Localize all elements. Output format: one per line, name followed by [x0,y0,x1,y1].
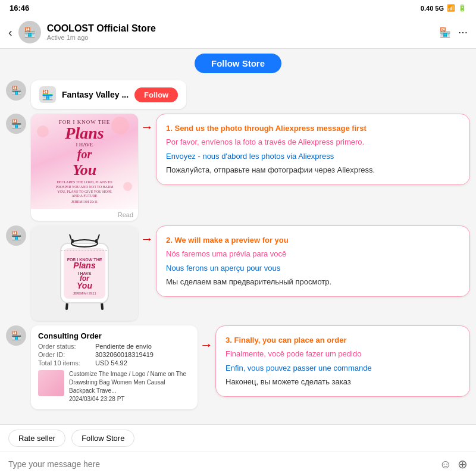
arrow-3: → [198,325,215,353]
instruction-1-row: 🏪 FOR I KNOW THE Plans I HAVE fo [6,114,470,221]
arrow-icon-1: → [140,120,154,135]
instr-2-line-3: Nous ferons un aperçu pour vous [166,261,460,275]
input-row: ☺ ⊕ [0,452,476,476]
fantasy-name: Fantasy Valley ... [62,90,129,99]
svg-text:You: You [77,281,92,290]
network-icon: 0.40 5G [421,5,444,12]
product-message-2: FOR I KNOW THE Plans I HAVE for You JERE… [31,226,138,321]
action-row: Rate seller Follow Store [0,425,476,452]
follow-store-blue-button[interactable]: Follow Store [195,54,281,73]
instr-3-line-3: Enfin, vous pouvez passer une commande [226,361,460,375]
instr-1-line-1: 1. Send us the photo through Aliexpress … [166,121,460,135]
total-label: Total 10 items: [38,359,92,367]
instr-3-text-en: Finally, you can place an order [234,336,346,345]
orderid-label: Order ID: [38,351,92,358]
store-icon[interactable]: 🏪 [439,27,451,38]
consulting-title: Consulting Order [38,331,190,340]
instr-2-line-4: Мы сделаем вам предварительный просмотр. [166,275,460,289]
header-info: COOLOST Official Store Active 1m ago [47,23,433,41]
product-message-1: FOR I KNOW THE Plans I HAVE for You DECL… [31,114,138,221]
consulting-product: Customize The Image / Logo / Name on The… [38,370,190,403]
product-image-1: FOR I KNOW THE Plans I HAVE for You DECL… [31,114,138,209]
svg-text:JEREMIAH 29:11: JEREMIAH 29:11 [73,292,96,295]
wifi-icon: 📶 [447,4,455,12]
product-image-2-container: 🏪 FOR [6,226,138,321]
fantasy-valley-row: 🏪 🏪 Fantasy Valley ... Follow [6,80,470,109]
msg-row-2: 🏪 FOR [6,226,138,321]
backpack-image: FOR I KNOW THE Plans I HAVE for You JERE… [31,226,138,321]
fantasy-valley-message: 🏪 Fantasy Valley ... Follow [31,80,186,109]
follow-button[interactable]: Follow [134,87,178,102]
bot-avatar-3: 🏪 [6,226,26,246]
arrow-2: → [138,226,156,247]
msg-row-3: 🏪 Consulting Order Order status: Pendien… [6,325,198,409]
instr-3-line-2: Finalmente, você pode fazer um pedido [226,347,460,361]
instr-1-line-4: Пожалуйста, отправьте нам фотографии чер… [166,163,460,177]
instr-2-line-1: 2. We will make a preview for you [166,233,460,247]
follow-store-bottom-button[interactable]: Follow Store [71,430,134,447]
store-status: Active 1m ago [47,34,433,41]
status-label: Order status: [38,343,92,350]
svg-line-13 [98,234,99,240]
status-time: 16:46 [10,4,29,12]
instr-1-number: 1. [166,124,173,133]
bot-avatar-1: 🏪 [6,80,26,101]
instr-1-text-en: Send us the photo through Aliexpress mes… [174,124,366,133]
msg-row-1: 🏪 FOR I KNOW THE Plans I HAVE fo [6,114,138,221]
consulting-product-text: Customize The Image / Logo / Name on The… [69,370,190,403]
consulting-order-container: 🏪 Consulting Order Order status: Pendien… [6,325,198,409]
status-value: Pendiente de envío [95,343,152,350]
instr-3-line-4: Наконец, вы можете сделать заказ [226,375,460,389]
instr-2-line-2: Nós faremos uma prévia para você [166,247,460,261]
store-avatar: 🏪 [18,21,41,43]
product-text: FOR I KNOW THE Plans I HAVE for You DECL… [51,114,118,208]
instr-3-line-1: 3. Finally, you can place an order [226,333,460,347]
instr-3-number: 3. [226,336,232,345]
backpack-svg: FOR I KNOW THE Plans I HAVE for You JERE… [49,231,120,315]
instruction-2-row: 🏪 FOR [6,226,470,321]
back-icon[interactable]: ‹ [8,26,12,39]
bottom-bar: Rate seller Follow Store ☺ ⊕ [0,424,476,476]
instr-2-number: 2. [166,236,173,245]
instr-1-line-2: Por favor, envíenos la foto a través de … [166,135,460,149]
store-name: COOLOST Official Store [47,23,433,34]
emoji-icon[interactable]: ☺ [440,458,452,471]
instruction-3-row: 🏪 Consulting Order Order status: Pendien… [6,325,470,409]
svg-text:Plans: Plans [73,261,96,270]
rate-seller-button[interactable]: Rate seller [8,430,65,447]
consulting-status-row: Order status: Pendiente de envío [38,343,190,350]
more-icon[interactable]: ⋯ [458,27,468,38]
read-label: Read [31,209,138,221]
status-bar: 16:46 0.40 5G 📶 🔋 [0,0,476,16]
arrow-icon-2: → [140,231,154,247]
message-input[interactable] [8,459,434,469]
fantasy-icon: 🏪 [39,86,56,103]
instruction-bubble-1: 1. Send us the photo through Aliexpress … [156,114,470,185]
status-icons: 0.40 5G 📶 🔋 [421,4,466,12]
add-icon[interactable]: ⊕ [458,457,468,471]
consulting-orderid-row: Order ID: 3032060018319419 [38,351,190,358]
battery-icon: 🔋 [458,4,466,12]
arrow-1: → [138,114,156,135]
instruction-bubble-3: 3. Finally, you can place an order Final… [215,325,470,397]
product-image-1-container: 🏪 FOR I KNOW THE Plans I HAVE fo [6,114,138,221]
chat-area: Follow Store 🏪 🏪 Fantasy Valley ... Foll… [0,49,476,432]
arrow-icon-3: → [200,337,213,353]
header-actions: 🏪 ⋯ [439,27,468,38]
svg-line-12 [70,234,71,240]
chat-header: ‹ 🏪 COOLOST Official Store Active 1m ago… [0,16,476,49]
consulting-order-message: Consulting Order Order status: Pendiente… [31,325,198,409]
follow-store-banner: Follow Store [6,54,470,73]
consulting-total-row: Total 10 items: USD 54.92 [38,359,190,367]
bot-avatar-2: 🏪 [6,114,26,134]
total-value: USD 54.92 [95,359,127,367]
instr-1-line-3: Envoyez - nous d'abord les photos via Al… [166,149,460,163]
instruction-bubble-2: 2. We will make a preview for you Nós fa… [156,226,470,297]
consulting-product-img [38,370,64,396]
instr-2-text-en: We will make a preview for you [174,236,288,245]
orderid-value: 3032060018319419 [95,351,154,358]
bot-avatar-4: 🏪 [6,325,26,346]
